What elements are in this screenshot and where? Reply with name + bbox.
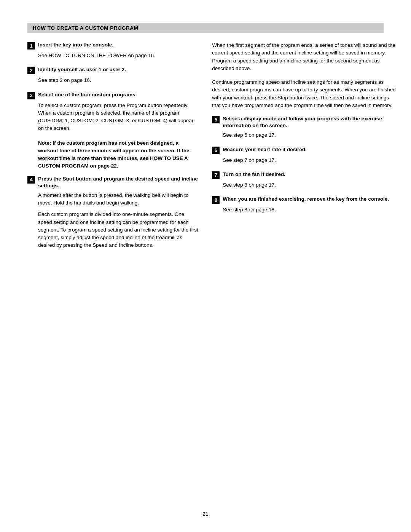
step-8-block: 8 When you are finished exercising, remo… — [212, 196, 397, 214]
step-4-number: 4 — [27, 176, 35, 184]
step-6-block: 6 Measure your heart rate if desired. Se… — [212, 146, 397, 164]
step-3-heading: 3 Select one of the four custom programs… — [27, 91, 198, 99]
right-intro-para-2: Continue programming speed and incline s… — [212, 78, 397, 109]
step-8-title: When you are finished exercising, remove… — [223, 196, 389, 203]
step-7-number: 7 — [212, 171, 220, 179]
step-5-body: See step 6 on page 17. — [223, 131, 397, 139]
step-8-body: See step 8 on page 18. — [223, 206, 397, 214]
step-3-note-text: Note: If the custom program has not yet … — [38, 140, 190, 169]
step-6-heading: 6 Measure your heart rate if desired. — [212, 146, 397, 154]
step-2-body: See step 2 on page 16. — [38, 77, 198, 84]
two-column-layout: 1 Insert the key into the console. See H… — [27, 42, 384, 256]
step-5-heading: 5 Select a display mode and follow your … — [212, 115, 397, 129]
step-3-note: Note: If the custom program has not yet … — [38, 139, 198, 170]
step-7-heading: 7 Turn on the fan if desired. — [212, 171, 397, 179]
right-intro-para-1: When the first segment of the program en… — [212, 42, 397, 72]
step-4-block: 4 Press the Start button and program the… — [27, 176, 198, 249]
page-number: 21 — [0, 511, 411, 517]
step-5-number: 5 — [212, 116, 220, 123]
step-4-body-1: A moment after the button is pressed, th… — [38, 192, 198, 207]
step-5-title: Select a display mode and follow your pr… — [223, 115, 397, 129]
step-6-title: Measure your heart rate if desired. — [223, 146, 307, 153]
step-5-block: 5 Select a display mode and follow your … — [212, 115, 397, 139]
page: HOW TO CREATE A CUSTOM PROGRAM 1 Insert … — [0, 0, 411, 532]
step-3-title: Select one of the four custom programs. — [38, 91, 137, 98]
step-3-number: 3 — [27, 92, 35, 99]
step-1-heading: 1 Insert the key into the console. — [27, 42, 198, 50]
right-column: When the first segment of the program en… — [212, 42, 397, 256]
step-7-body: See step 8 on page 17. — [223, 181, 397, 189]
step-3-body: To select a custom program, press the Pr… — [38, 102, 198, 133]
step-7-block: 7 Turn on the fan if desired. See step 8… — [212, 171, 397, 189]
step-4-body-2: Each custom program is divided into one-… — [38, 211, 198, 249]
step-7-title: Turn on the fan if desired. — [223, 171, 285, 178]
step-8-number: 8 — [212, 196, 220, 204]
section-header: HOW TO CREATE A CUSTOM PROGRAM — [27, 23, 384, 33]
step-2-heading: 2 Identify yourself as user 1 or user 2. — [27, 66, 198, 74]
step-2-title: Identify yourself as user 1 or user 2. — [38, 66, 126, 73]
step-4-heading: 4 Press the Start button and program the… — [27, 176, 198, 189]
step-4-title: Press the Start button and program the d… — [38, 176, 198, 189]
step-1-body: See HOW TO TURN ON THE POWER on page 16. — [38, 52, 198, 59]
step-1-number: 1 — [27, 42, 35, 50]
step-2-block: 2 Identify yourself as user 1 or user 2.… — [27, 66, 198, 84]
step-3-block: 3 Select one of the four custom programs… — [27, 91, 198, 133]
step-1-block: 1 Insert the key into the console. See H… — [27, 42, 198, 59]
step-8-heading: 8 When you are finished exercising, remo… — [212, 196, 397, 204]
step-2-number: 2 — [27, 67, 35, 74]
step-1-title: Insert the key into the console. — [38, 42, 113, 48]
step-6-body: See step 7 on page 17. — [223, 157, 397, 164]
left-column: 1 Insert the key into the console. See H… — [27, 42, 198, 256]
section-header-text: HOW TO CREATE A CUSTOM PROGRAM — [33, 25, 138, 31]
step-6-number: 6 — [212, 147, 220, 154]
